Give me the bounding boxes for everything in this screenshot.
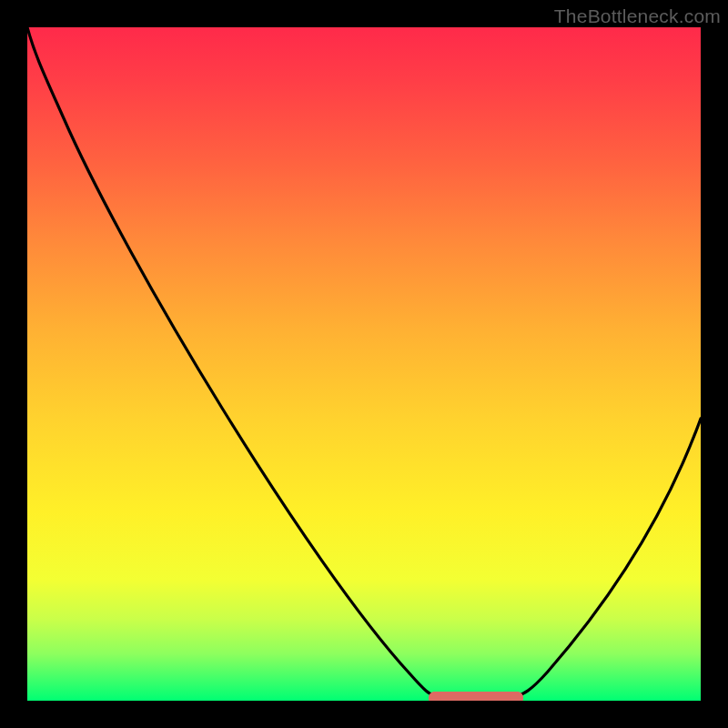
optimal-marker-dot-left bbox=[429, 692, 441, 701]
curve-svg bbox=[27, 27, 701, 701]
plot-area bbox=[27, 27, 701, 701]
bottleneck-curve bbox=[27, 27, 701, 698]
chart-frame: TheBottleneck.com bbox=[0, 0, 728, 728]
optimal-marker-dot-right bbox=[511, 692, 523, 701]
watermark-text: TheBottleneck.com bbox=[554, 5, 721, 27]
